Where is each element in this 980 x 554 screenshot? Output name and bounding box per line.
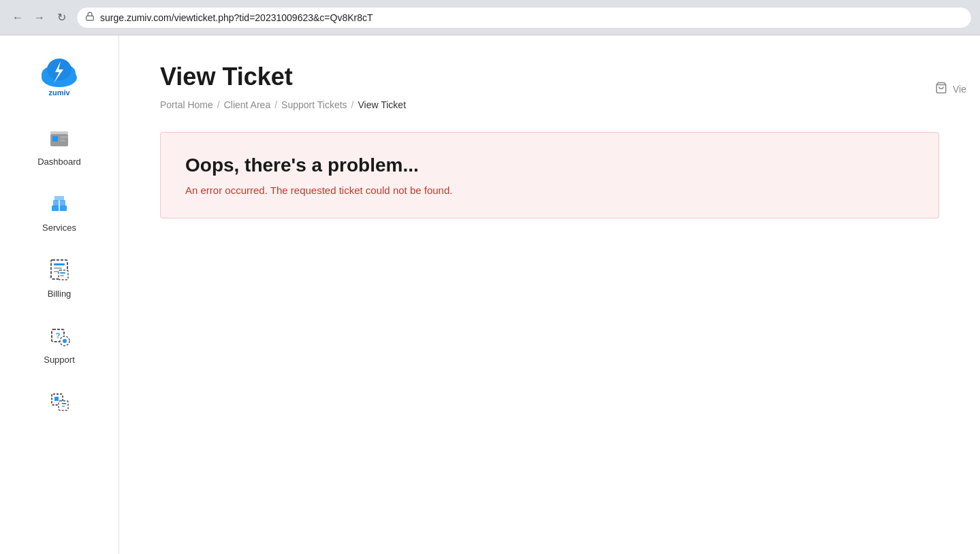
breadcrumb-support-tickets[interactable]: Support Tickets (281, 99, 347, 110)
services-label: Services (42, 223, 76, 233)
nav-buttons: ← → ↻ (8, 8, 71, 27)
svg-rect-19 (54, 267, 62, 269)
breadcrumb-sep-2: / (274, 99, 277, 110)
sidebar-item-support[interactable]: ? Support (0, 310, 118, 376)
sidebar-item-dashboard[interactable]: Dashboard (0, 112, 118, 178)
reload-button[interactable]: ↻ (52, 8, 71, 27)
svg-rect-18 (54, 263, 65, 265)
sidebar-item-services[interactable]: Services (0, 178, 118, 244)
svg-rect-11 (60, 140, 65, 142)
error-box: Oops, there's a problem... An error occu… (160, 132, 939, 218)
browser-chrome: ← → ↻ surge.zumiv.com/viewticket.php?tid… (0, 0, 980, 35)
svg-text:?: ? (56, 331, 61, 340)
page-title: View Ticket (160, 63, 939, 91)
svg-rect-22 (60, 272, 65, 274)
svg-rect-7 (50, 131, 68, 134)
billing-icon (44, 255, 74, 284)
breadcrumb-portal-home[interactable]: Portal Home (160, 99, 213, 110)
svg-rect-14 (54, 196, 64, 201)
address-bar-security-icon (85, 12, 95, 23)
forward-button[interactable]: → (30, 8, 49, 27)
back-button[interactable]: ← (8, 8, 27, 27)
more-icon (44, 387, 74, 417)
dashboard-label: Dashboard (37, 157, 81, 167)
zumiv-logo: zumiv (35, 49, 84, 98)
svg-rect-23 (60, 275, 64, 276)
main-content: Vie View Ticket Portal Home / Client Are… (119, 35, 980, 554)
breadcrumb-sep-1: / (217, 99, 220, 110)
top-right-area: Vie (935, 82, 966, 96)
billing-label: Billing (48, 289, 72, 299)
address-bar[interactable]: surge.zumiv.com/viewticket.php?tid=20231… (76, 7, 972, 29)
logo-area: zumiv (35, 49, 84, 98)
error-title: Oops, there's a problem... (185, 154, 914, 176)
breadcrumb: Portal Home / Client Area / Support Tick… (160, 99, 939, 110)
svg-rect-9 (52, 136, 58, 142)
breadcrumb-current: View Ticket (358, 99, 406, 110)
sidebar-item-more[interactable] (0, 376, 118, 427)
svg-text:zumiv: zumiv (48, 88, 70, 97)
svg-rect-29 (54, 397, 59, 401)
url-text: surge.zumiv.com/viewticket.php?tid=20231… (100, 12, 963, 23)
services-icon (44, 189, 74, 218)
breadcrumb-client-area[interactable]: Client Area (224, 99, 270, 110)
error-message: An error occurred. The requested ticket … (185, 184, 914, 196)
cart-icon (935, 82, 947, 96)
support-label: Support (44, 355, 75, 365)
support-icon: ? (44, 321, 74, 351)
header-user-text: Vie (953, 84, 966, 95)
svg-rect-10 (60, 136, 68, 138)
breadcrumb-sep-3: / (351, 99, 354, 110)
app-layout: zumiv Dashboard (0, 35, 980, 554)
sidebar-item-billing[interactable]: Billing (0, 244, 118, 310)
svg-rect-0 (86, 16, 94, 20)
dashboard-icon (44, 123, 74, 152)
svg-point-27 (63, 339, 67, 343)
sidebar: zumiv Dashboard (0, 35, 119, 554)
